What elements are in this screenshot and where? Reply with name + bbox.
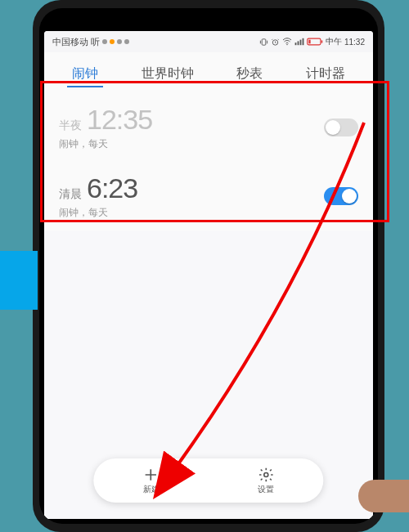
svg-rect-4 [298, 41, 299, 45]
alarm-row[interactable]: 半夜 12:35 闹钟，每天 [44, 94, 373, 163]
plus-icon [143, 467, 160, 483]
annotation-blue-box [0, 251, 38, 310]
status-ampm: 中午 [326, 36, 342, 47]
gear-icon [258, 467, 274, 483]
alarm-time: 6:23 [87, 172, 137, 204]
svg-rect-8 [321, 40, 323, 42]
alarm-sub: 闹钟，每天 [59, 137, 324, 151]
status-bar: 中国移动 听 中午 11:32 [44, 31, 373, 52]
tab-world[interactable]: 世界时钟 [137, 62, 199, 87]
new-label: 新建 [143, 484, 160, 495]
alarm-period: 清晨 [59, 187, 82, 202]
svg-rect-6 [303, 38, 304, 45]
tab-alarm[interactable]: 闹钟 [67, 62, 103, 87]
hand [358, 480, 409, 512]
alarm-sub: 闹钟，每天 [59, 206, 324, 220]
wifi-icon [282, 38, 292, 46]
svg-rect-5 [300, 40, 302, 46]
tab-bar: 闹钟 世界时钟 秒表 计时器 [44, 52, 373, 94]
status-dot [102, 39, 107, 44]
alarm-list: 半夜 12:35 闹钟，每天 清晨 6:23 闹钟，每天 [44, 94, 373, 519]
bottom-bar: 新建 设置 [93, 458, 323, 503]
svg-rect-0 [262, 38, 266, 44]
status-dot [117, 39, 122, 44]
svg-point-10 [264, 472, 268, 476]
alarm-period: 半夜 [59, 118, 82, 133]
status-dot [110, 39, 115, 44]
tab-stopwatch[interactable]: 秒表 [231, 62, 267, 87]
signal-icon [294, 38, 304, 46]
settings-label: 设置 [258, 484, 274, 495]
alarm-toggle[interactable] [324, 187, 358, 205]
svg-rect-9 [308, 40, 310, 44]
screen: 中国移动 听 中午 11:32 闹钟 [44, 31, 373, 519]
carrier-label: 中国移动 [52, 36, 88, 48]
svg-point-2 [286, 44, 288, 46]
battery-icon [307, 38, 323, 46]
alarm-time: 12:35 [87, 104, 152, 136]
tab-timer[interactable]: 计时器 [301, 62, 350, 87]
settings-button[interactable]: 设置 [258, 467, 274, 495]
svg-rect-3 [295, 42, 297, 45]
new-button[interactable]: 新建 [143, 467, 160, 495]
alarm-icon [271, 38, 280, 47]
status-dot [124, 39, 129, 44]
alarm-toggle[interactable] [324, 118, 358, 136]
status-time: 11:32 [344, 38, 365, 47]
vibrate-icon [259, 38, 268, 47]
carrier-ext: 听 [91, 36, 100, 48]
alarm-row[interactable]: 清晨 6:23 闹钟，每天 [44, 163, 373, 231]
